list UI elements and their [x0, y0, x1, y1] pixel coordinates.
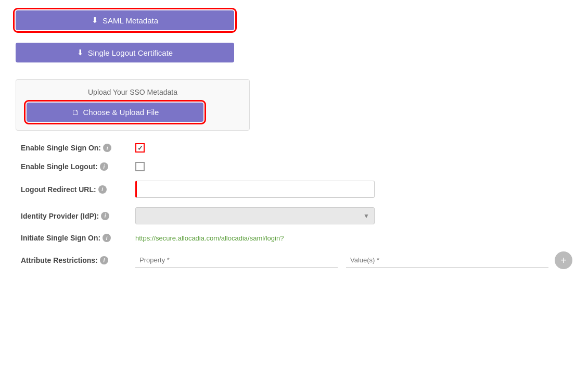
- attribute-info-icon[interactable]: i: [100, 256, 108, 264]
- property-input[interactable]: [135, 253, 338, 268]
- logout-redirect-info-icon[interactable]: i: [98, 185, 107, 194]
- enable-logout-label: Enable Single Logout: i: [21, 162, 135, 171]
- plus-icon: +: [560, 255, 567, 267]
- upload-sso-metadata-box: Upload Your SSO Metadata 🗋 Choose & Uplo…: [16, 79, 250, 131]
- attribute-restrictions-row: Attribute Restrictions: i +: [21, 251, 572, 269]
- enable-sso-label: Enable Single Sign On: i: [21, 144, 135, 152]
- enable-sso-row: Enable Single Sign On: i ✓: [21, 143, 572, 153]
- saml-metadata-label: SAML Metadata: [103, 16, 158, 25]
- saml-metadata-button[interactable]: ⬇ SAML Metadata: [16, 10, 234, 30]
- values-input[interactable]: [346, 253, 548, 268]
- idp-info-icon[interactable]: i: [101, 212, 109, 220]
- idp-dropdown-wrapper: ▼: [135, 207, 375, 224]
- idp-label: Identity Provider (IdP): i: [21, 212, 135, 220]
- upload-file-label: Choose & Upload File: [83, 108, 159, 117]
- enable-logout-row: Enable Single Logout: i: [21, 162, 572, 171]
- sso-settings-form: Enable Single Sign On: i ✓ Enable Single…: [16, 143, 572, 269]
- enable-logout-info-icon[interactable]: i: [100, 162, 108, 171]
- initiate-sso-info-icon[interactable]: i: [103, 234, 111, 242]
- attribute-inputs-group: [135, 253, 548, 268]
- add-attribute-button[interactable]: +: [555, 251, 572, 269]
- single-logout-certificate-button[interactable]: ⬇ Single Logout Certificate: [16, 43, 234, 62]
- download-icon-2: ⬇: [77, 48, 84, 57]
- initiate-sso-url[interactable]: https://secure.allocadia.com/allocadia/s…: [135, 234, 284, 242]
- choose-upload-file-button[interactable]: 🗋 Choose & Upload File: [27, 103, 203, 122]
- initiate-sso-row: Initiate Single Sign On: i https://secur…: [21, 234, 572, 242]
- idp-row: Identity Provider (IdP): i ▼: [21, 207, 572, 224]
- initiate-sso-label: Initiate Single Sign On: i: [21, 234, 135, 242]
- attribute-restrictions-label: Attribute Restrictions: i: [21, 256, 135, 264]
- file-icon: 🗋: [71, 108, 79, 117]
- upload-box-title: Upload Your SSO Metadata: [27, 88, 239, 96]
- logout-redirect-label: Logout Redirect URL: i: [21, 185, 135, 194]
- logout-cert-label: Single Logout Certificate: [88, 48, 173, 57]
- idp-dropdown[interactable]: [135, 207, 375, 224]
- checkbox-checkmark: ✓: [137, 144, 143, 152]
- enable-logout-checkbox[interactable]: [135, 162, 145, 171]
- download-icon: ⬇: [92, 16, 98, 25]
- logout-redirect-row: Logout Redirect URL: i: [21, 181, 572, 198]
- enable-sso-checkbox[interactable]: ✓: [135, 143, 145, 153]
- logout-redirect-url-input[interactable]: [135, 181, 375, 198]
- enable-sso-info-icon[interactable]: i: [103, 144, 111, 152]
